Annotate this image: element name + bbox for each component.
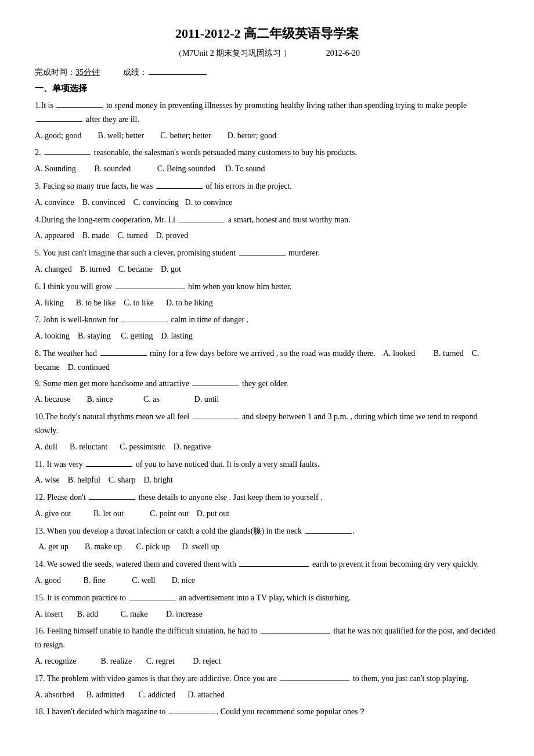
question-13: 13. When you develop a throat infection … xyxy=(35,524,499,538)
question-17: 17. The problem with video games is that… xyxy=(35,672,499,686)
options-3: A. convince B. convinced C. convincing D… xyxy=(35,196,499,210)
question-14: 14. We sowed the seeds, watered them and… xyxy=(35,557,499,571)
options-14: A. good B. fine C. well D. nice xyxy=(35,574,499,588)
subtitle-right: 2012-6-20 xyxy=(326,47,360,60)
question-16: 16. Feeling himself unable to handle the… xyxy=(35,624,499,652)
options-1: A. good; good B. well; better C. better;… xyxy=(35,129,499,143)
questions-list: 1.It is to spend money in preventing ill… xyxy=(35,99,499,719)
options-16: A. recognize B. realize C. regret D. rej… xyxy=(35,654,499,668)
question-4: 4.During the long-term cooperation, Mr. … xyxy=(35,213,499,227)
options-9: A. because B. since C. as D. until xyxy=(35,393,499,406)
options-10: A. dull B. reluctant C. pessimistic D. n… xyxy=(35,440,499,454)
options-7: A. looking B. staying C. getting D. last… xyxy=(35,329,499,343)
question-5: 5. You just can't imagine that such a cl… xyxy=(35,246,499,260)
options-12: A. give out B. let out C. point out D. p… xyxy=(35,507,499,521)
options-2: A. Sounding B. sounded C. Being sounded … xyxy=(35,162,499,176)
question-11: 11. It was very of you to have noticed t… xyxy=(35,458,499,471)
options-5: A. changed B. turned C. became D. got xyxy=(35,262,499,276)
question-8: 8. The weather had rainy for a few days … xyxy=(35,347,499,375)
options-17: A. absorbed B. admitted C. addicted D. a… xyxy=(35,688,499,702)
time-label: 完成时间：35分钟 xyxy=(35,66,100,79)
options-4: A. appeared B. made C. turned D. proved xyxy=(35,229,499,243)
options-6: A. liking B. to be like C. to like D. to… xyxy=(35,296,499,310)
question-7: 7. John is well-known for calm in time o… xyxy=(35,313,499,327)
subtitle: （M7Unit 2 期末复习巩固练习 ） 2012-6-20 xyxy=(35,47,499,60)
question-2: 2. reasonable, the salesman's words pers… xyxy=(35,146,499,160)
options-11: A. wise B. helpful C. sharp D. bright xyxy=(35,473,499,487)
question-6: 6. I think you will grow him when you kn… xyxy=(35,280,499,294)
page-title: 2011-2012-2 高二年级英语导学案 xyxy=(35,23,499,44)
question-12: 12. Please don't these details to anyone… xyxy=(35,491,499,505)
question-18: 18. I haven't decided which magazine to … xyxy=(35,705,499,719)
question-1: 1.It is to spend money in preventing ill… xyxy=(35,99,499,127)
options-13: A. get up B. make up C. pick up D. swell… xyxy=(35,540,499,554)
question-10: 10.The body's natural rhythms mean we al… xyxy=(35,410,499,438)
subtitle-left: （M7Unit 2 期末复习巩固练习 ） xyxy=(174,47,291,60)
question-15: 15. It is common practice to an advertis… xyxy=(35,591,499,605)
options-15: A. insert B. add C. make D. increase xyxy=(35,607,499,621)
question-9: 9. Some men get more handsome and attrac… xyxy=(35,377,499,391)
question-3: 3. Facing so many true facts, he was of … xyxy=(35,179,499,193)
section1-title: 一、单项选择 xyxy=(35,81,499,95)
score-label: 成绩： xyxy=(123,66,208,79)
meta-row: 完成时间：35分钟 成绩： xyxy=(35,66,499,79)
